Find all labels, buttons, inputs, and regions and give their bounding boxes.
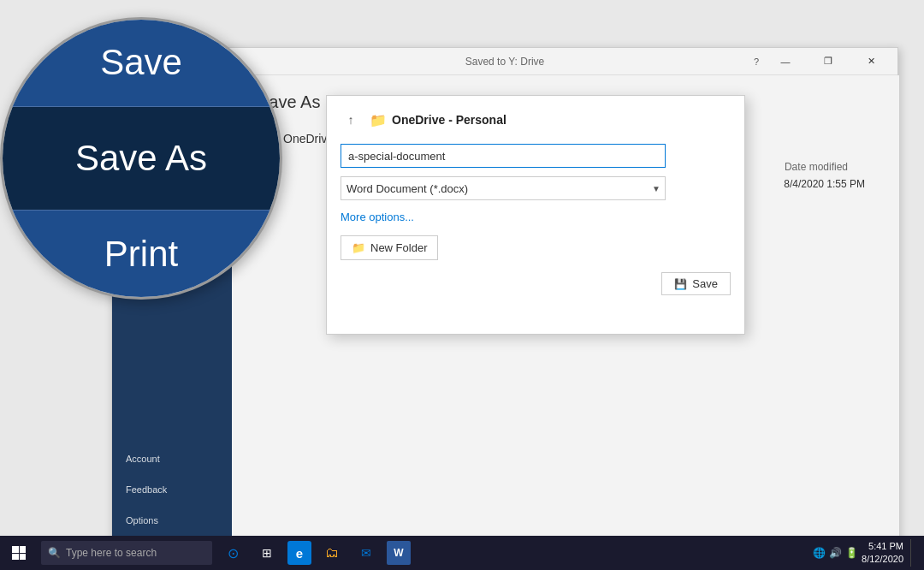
- filename-row: [341, 144, 731, 168]
- search-placeholder-text: Type here to search: [66, 547, 157, 559]
- edge-icon[interactable]: e: [287, 541, 311, 565]
- network-icon: 🌐: [813, 547, 826, 559]
- minimize-button[interactable]: —: [766, 48, 805, 75]
- backstage-bottom-items: Account Feedback Options: [112, 443, 232, 544]
- taskbar-right-section: 🌐 🔊 🔋 5:41 PM 8/12/2020: [813, 539, 924, 567]
- taskbar-search-bar[interactable]: 🔍 Type here to search: [41, 541, 212, 565]
- backstage-options-item[interactable]: Options: [112, 505, 232, 536]
- dialog-actions: 💾 Save: [341, 272, 731, 295]
- filetype-select[interactable]: Word Document (*.docx) Word 97-2003 Docu…: [341, 176, 666, 200]
- new-folder-button[interactable]: 📁 New Folder: [341, 235, 438, 260]
- start-button[interactable]: [0, 536, 38, 570]
- word-icon[interactable]: W: [387, 541, 411, 565]
- taskbar-pinned-apps: ⊙ ⊞ e 🗂 ✉ W: [219, 539, 411, 567]
- window-title: Saved to Y: Drive: [465, 56, 545, 68]
- magnify-save-as-label: Save As: [75, 138, 207, 179]
- magnify-save-label: Save: [100, 42, 182, 83]
- system-tray-icons: 🌐 🔊 🔋: [813, 547, 858, 559]
- file-explorer-icon[interactable]: 🗂: [318, 539, 346, 567]
- close-button[interactable]: ✕: [851, 48, 891, 75]
- cortana-icon[interactable]: ⊙: [219, 539, 246, 567]
- show-desktop-button[interactable]: [910, 539, 917, 567]
- magnify-circle: Save Save As Print: [0, 17, 282, 300]
- maximize-button[interactable]: ❐: [808, 48, 848, 75]
- saveas-dialog: ↑ 📁 OneDrive - Personal Word Document (*…: [326, 95, 745, 335]
- windows-logo-icon: [12, 546, 26, 560]
- backstage-feedback-item[interactable]: Feedback: [112, 474, 232, 505]
- dialog-location-name: OneDrive - Personal: [392, 113, 506, 127]
- dialog-location: 📁 OneDrive - Personal: [370, 112, 506, 128]
- new-folder-icon: 📁: [352, 241, 365, 254]
- magnify-print-label: Print: [104, 234, 178, 275]
- filename-input[interactable]: [341, 144, 666, 168]
- file-date: 8/4/2020 1:55 PM: [784, 178, 865, 190]
- mail-icon[interactable]: ✉: [352, 539, 380, 567]
- battery-icon: 🔋: [845, 547, 858, 559]
- taskbar-clock[interactable]: 5:41 PM 8/12/2020: [862, 540, 903, 567]
- filetype-row: Word Document (*.docx) Word 97-2003 Docu…: [341, 176, 731, 200]
- volume-icon: 🔊: [829, 547, 842, 559]
- dialog-header: ↑ 📁 OneDrive - Personal: [341, 110, 731, 130]
- taskbar: 🔍 Type here to search ⊙ ⊞ e 🗂 ✉ W 🌐 🔊 🔋 …: [0, 536, 924, 570]
- task-view-button[interactable]: ⊞: [253, 539, 281, 567]
- taskbar-date-value: 8/12/2020: [862, 553, 903, 566]
- save-button-label: Save: [692, 277, 718, 290]
- folder-icon: 📁: [370, 112, 387, 128]
- magnify-save-as-section[interactable]: Save As: [3, 106, 280, 211]
- new-folder-label: New Folder: [370, 241, 427, 254]
- date-modified-label: Date modified: [785, 161, 848, 173]
- backstage-account-item[interactable]: Account: [112, 443, 232, 474]
- filetype-select-wrapper: Word Document (*.docx) Word 97-2003 Docu…: [341, 176, 666, 200]
- dialog-save-button[interactable]: 💾 Save: [661, 272, 731, 295]
- more-options-link[interactable]: More options...: [341, 211, 414, 223]
- dialog-nav-up-button[interactable]: ↑: [341, 110, 361, 130]
- taskbar-time-value: 5:41 PM: [862, 540, 903, 553]
- window-controls: ? — ❐ ✕: [754, 48, 891, 75]
- save-icon: 💾: [674, 278, 687, 290]
